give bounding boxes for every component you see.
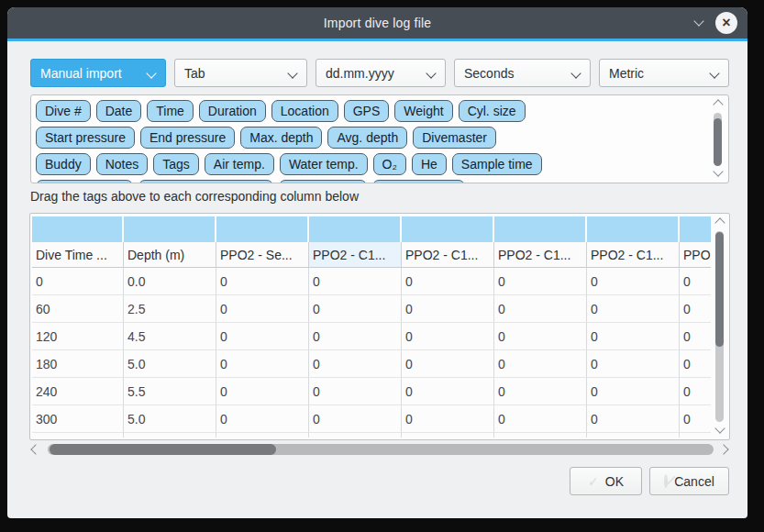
table-cell: 0 <box>402 268 494 295</box>
combo-duration-format[interactable]: Seconds <box>454 59 591 87</box>
combo-field-separator[interactable]: Tab <box>174 59 307 87</box>
scroll-right-button[interactable] <box>720 445 729 454</box>
table-header-row: Dive Time ...Depth (m)PPO2 - Se...PPO2 -… <box>32 242 711 268</box>
table-cell: 0 <box>216 323 309 350</box>
column-header[interactable]: PPO2 - Se... <box>216 242 309 268</box>
table-cell: 0 <box>216 378 309 405</box>
tag-duration[interactable]: Duration <box>199 100 266 122</box>
table-cell: 0 <box>494 295 587 323</box>
tag-row: Start pressureEnd pressureMax. depthAvg.… <box>36 127 706 149</box>
tag-max-depth[interactable]: Max. depth <box>240 127 322 149</box>
column-header[interactable]: PPO2 - C1... <box>309 242 402 268</box>
tag-weight[interactable]: Weight <box>394 100 452 122</box>
column-header[interactable]: Dive Time ... <box>32 242 124 268</box>
scroll-down-button[interactable] <box>715 425 725 434</box>
combo-units[interactable]: Metric <box>599 59 729 87</box>
column-drop-target[interactable] <box>309 216 402 242</box>
ok-button[interactable]: ✓ OK <box>570 467 642 495</box>
scroll-up-button[interactable] <box>714 101 723 110</box>
tag-divemaster[interactable]: Divemaster <box>413 127 496 149</box>
column-drop-target[interactable] <box>587 216 680 242</box>
column-header[interactable]: PPO2 - C1... <box>680 242 711 268</box>
chevron-up-icon <box>713 99 723 109</box>
tag-o[interactable]: O₂ <box>373 153 406 175</box>
tag-time[interactable]: Time <box>147 100 194 122</box>
tag-location[interactable]: Location <box>271 100 338 122</box>
tag-sample-po[interactable]: Sample pO₂ <box>279 180 366 183</box>
chevron-up-icon <box>714 217 725 227</box>
horizontal-scrollbar[interactable] <box>32 442 729 457</box>
tag-sample-cns[interactable]: Sample CNS <box>372 180 465 183</box>
table-cell: 60 <box>32 295 124 323</box>
tag-buddy[interactable]: Buddy <box>36 153 91 175</box>
table-cell <box>680 433 711 438</box>
scrollbar-thumb[interactable] <box>715 232 724 347</box>
table-cell: 0 <box>680 295 711 323</box>
column-header[interactable]: PPO2 - C1... <box>402 242 494 268</box>
tag-water-temp[interactable]: Water temp. <box>280 153 368 175</box>
table-cell: 0 <box>587 323 680 350</box>
table-cell <box>216 433 309 438</box>
column-drop-target[interactable] <box>402 216 494 242</box>
tag-row: BuddyNotesTagsAir temp.Water temp.O₂HeSa… <box>36 153 706 175</box>
chevron-down-icon <box>426 68 436 78</box>
tag-notes[interactable]: Notes <box>96 153 149 175</box>
tag-cyl-size[interactable]: Cyl. size <box>459 100 526 122</box>
close-icon: × <box>722 16 730 30</box>
table-cell: 0 <box>309 378 402 405</box>
scroll-down-button[interactable] <box>714 168 723 177</box>
instruction-label: Drag the tags above to each correspondin… <box>30 189 359 204</box>
tag-row: Dive #DateTimeDurationLocationGPSWeightC… <box>36 100 706 122</box>
scrollbar-track[interactable] <box>714 113 722 165</box>
column-drop-target[interactable] <box>32 216 124 242</box>
tag-sample-depth[interactable]: Sample depth <box>36 180 133 183</box>
column-drop-target[interactable] <box>494 216 587 242</box>
column-header[interactable]: PPO2 - C1... <box>494 242 587 268</box>
tag-sample-time[interactable]: Sample time <box>452 153 542 175</box>
scrollbar-thumb[interactable] <box>714 118 722 166</box>
tag-panel-vertical-scrollbar[interactable] <box>711 99 725 179</box>
column-drop-target[interactable] <box>680 216 711 242</box>
scrollbar-track[interactable] <box>715 231 724 422</box>
column-drop-target[interactable] <box>124 216 216 242</box>
cancel-button[interactable]: Cancel <box>649 467 729 495</box>
table-row: 602.5000000 <box>32 295 711 323</box>
titlebar[interactable]: Import dive log file × <box>7 7 747 41</box>
table-cell: 300 <box>32 405 124 433</box>
chevron-down-icon <box>693 16 703 26</box>
combo-label: Metric <box>609 66 644 81</box>
scrollbar-thumb[interactable] <box>50 444 276 455</box>
chevron-down-icon <box>287 68 297 78</box>
scroll-up-button[interactable] <box>715 219 725 228</box>
tag-panel: Dive #DateTimeDurationLocationGPSWeightC… <box>30 94 729 183</box>
import-options-row: Manual import Tab dd.mm.yyyy Seconds Met… <box>30 59 729 87</box>
combo-import-type[interactable]: Manual import <box>30 59 166 87</box>
table-vertical-scrollbar[interactable] <box>713 217 727 436</box>
table-row: 2405.5000000 <box>32 378 711 405</box>
column-drop-target[interactable] <box>216 216 309 242</box>
table-cell: 0 <box>494 405 587 433</box>
column-header[interactable]: Depth (m) <box>124 242 216 268</box>
tag-dive[interactable]: Dive # <box>36 100 91 122</box>
tag-start-pressure[interactable]: Start pressure <box>36 127 135 149</box>
tag-sample-temperature[interactable]: Sample temperature <box>138 180 273 183</box>
scrollbar-track[interactable] <box>48 444 714 455</box>
column-header[interactable]: PPO2 - C1... <box>587 242 680 268</box>
tag-date[interactable]: Date <box>96 100 142 122</box>
shade-button[interactable] <box>692 17 705 28</box>
chevron-down-icon <box>713 166 723 176</box>
tag-tags[interactable]: Tags <box>153 153 199 175</box>
tag-end-pressure[interactable]: End pressure <box>140 127 235 149</box>
tag-air-temp[interactable]: Air temp. <box>205 153 274 175</box>
combo-date-format[interactable]: dd.mm.yyyy <box>316 59 446 87</box>
scroll-left-button[interactable] <box>32 445 41 454</box>
tag-gps[interactable]: GPS <box>344 100 390 122</box>
close-button[interactable]: × <box>715 12 737 34</box>
table-cell: 0 <box>309 295 402 323</box>
table-row: 1805.0000000 <box>32 350 711 378</box>
table-cell <box>494 433 587 438</box>
tag-avg-depth[interactable]: Avg. depth <box>327 127 407 149</box>
tag-he[interactable]: He <box>412 153 447 175</box>
table-cell: 0 <box>309 268 402 295</box>
chevron-down-icon <box>570 68 581 78</box>
